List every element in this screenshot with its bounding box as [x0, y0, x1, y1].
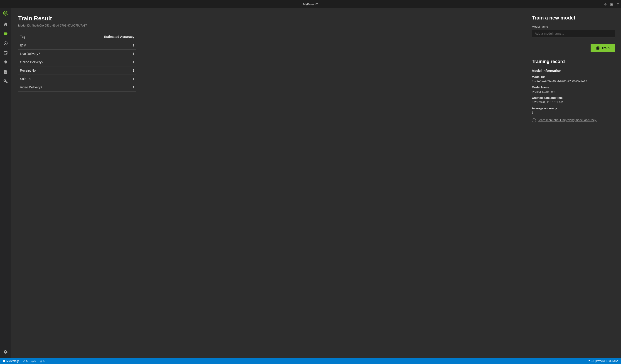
training-record-title: Training record [532, 59, 615, 64]
branch-icon-version: ⎇ [587, 360, 590, 363]
sidebar-item-connections[interactable] [1, 49, 10, 57]
model-id-text: Model ID: 4bc9e5fe-953e-49d4-9701-97c007… [18, 24, 519, 27]
accuracy-link[interactable]: i Learn more about improving model accur… [532, 118, 615, 122]
table-row: Sold To1 [18, 75, 136, 83]
created-date-value: 8/20/2020, 11:51:01 AM [532, 100, 615, 104]
table-cell-tag: Video Delivery? [18, 83, 70, 92]
model-name-label-record: Model Name: [532, 86, 615, 89]
sidebar-item-document[interactable] [1, 68, 10, 76]
table-cell-tag: Online Delivery? [18, 58, 70, 66]
table-cell-accuracy: 1 [70, 75, 136, 83]
model-info-section: Model information Model ID: 4bc9e5fe-953… [532, 69, 615, 122]
accuracy-link-text[interactable]: Learn more about improving model accurac… [538, 118, 597, 122]
share-icon[interactable]: ⎋ [604, 2, 606, 6]
model-name-value-record: Project Statement [532, 90, 615, 93]
sidebar-item-settings[interactable] [1, 348, 10, 356]
model-info-title: Model information [532, 69, 615, 73]
tag-count-status: ◇ 5 [23, 360, 28, 363]
connection-count: 5 [34, 360, 36, 363]
svg-marker-1 [4, 12, 7, 15]
model-id-label: Model ID: [18, 24, 31, 27]
connection-icon: ◎ [31, 360, 34, 363]
tag-count: 5 [26, 360, 28, 363]
layout-icon[interactable]: ▣ [610, 2, 613, 6]
table-row: Receipt No1 [18, 66, 136, 75]
sidebar [0, 8, 11, 358]
table-row: Online Delivery?1 [18, 58, 136, 66]
model-id-value: 4bc9e5fe-953e-49d4-9701-97c0075e7e17 [32, 24, 87, 27]
section-divider: Training record Model information Model … [532, 52, 615, 122]
storage-status: MyStorage [3, 360, 19, 363]
average-accuracy-value: 1 [532, 111, 615, 114]
sidebar-item-tools[interactable] [1, 77, 10, 85]
svg-point-2 [5, 43, 6, 44]
document-count-status: ▤ 5 [39, 360, 45, 363]
app-title: MyProject2 [303, 2, 318, 6]
info-icon: i [532, 118, 536, 122]
created-date-label: Created date and time: [532, 96, 615, 99]
title-bar: MyProject2 ⎋ ▣ ? [0, 0, 621, 8]
sidebar-item-ocr[interactable] [1, 39, 10, 47]
help-icon[interactable]: ? [617, 2, 619, 6]
table-cell-accuracy: 1 [70, 58, 136, 66]
table-cell-tag: Receipt No [18, 66, 70, 75]
table-row: Live Delivery?1 [18, 50, 136, 58]
model-name-label: Model name [532, 25, 615, 28]
page-title: Train Result [18, 15, 519, 22]
app-layout: Train Result Model ID: 4bc9e5fe-953e-49d… [0, 8, 621, 358]
result-table: Tag Estimated Accuracy ID #1Live Deliver… [18, 33, 136, 92]
table-cell-accuracy: 1 [70, 41, 136, 50]
table-row: Video Delivery?1 [18, 83, 136, 92]
train-button[interactable]: Train [591, 44, 615, 52]
title-bar-actions: ⎋ ▣ ? [604, 2, 619, 6]
connection-count-status: ◎ 5 [31, 360, 36, 363]
document-count: 5 [43, 360, 45, 363]
document-icon: ▤ [39, 360, 42, 363]
table-cell-accuracy: 1 [70, 50, 136, 58]
status-bar: MyStorage ◇ 5 ◎ 5 ▤ 5 ⎇ 2.1-preview.1-53… [0, 358, 621, 364]
sidebar-logo [3, 10, 8, 16]
average-accuracy-label: Average accuracy: [532, 107, 615, 110]
sidebar-item-active-learning[interactable] [1, 58, 10, 66]
main-panel: Train Result Model ID: 4bc9e5fe-953e-49d… [11, 8, 526, 358]
table-header-row: Tag Estimated Accuracy [18, 33, 136, 41]
table-header-tag: Tag [18, 33, 70, 41]
right-panel: Train a new model Model name Train Train… [526, 8, 621, 358]
table-cell-accuracy: 1 [70, 66, 136, 75]
table-cell-tag: ID # [18, 41, 70, 50]
train-icon [596, 46, 600, 50]
storage-name: MyStorage [6, 360, 19, 363]
model-id-value-record: 4bc9e5fe-953e-49d4-9701-97c0075e7e17 [532, 79, 615, 83]
sidebar-item-home[interactable] [1, 20, 10, 28]
table-header-accuracy: Estimated Accuracy [70, 33, 136, 41]
tag-icon: ◇ [23, 360, 25, 363]
branch-icon [3, 360, 5, 363]
table-row: ID #1 [18, 41, 136, 50]
new-model-title: Train a new model [532, 15, 615, 21]
version-text: 2.1-preview.1-530545c [591, 360, 618, 363]
model-name-input[interactable] [532, 30, 615, 37]
version-status: ⎇ 2.1-preview.1-530545c [587, 360, 618, 363]
table-cell-accuracy: 1 [70, 83, 136, 92]
model-id-label-record: Model ID: [532, 75, 615, 79]
train-button-label: Train [602, 46, 610, 50]
content-area: Train Result Model ID: 4bc9e5fe-953e-49d… [11, 8, 621, 358]
table-cell-tag: Sold To [18, 75, 70, 83]
table-cell-tag: Live Delivery? [18, 50, 70, 58]
sidebar-item-tags[interactable] [1, 30, 10, 38]
